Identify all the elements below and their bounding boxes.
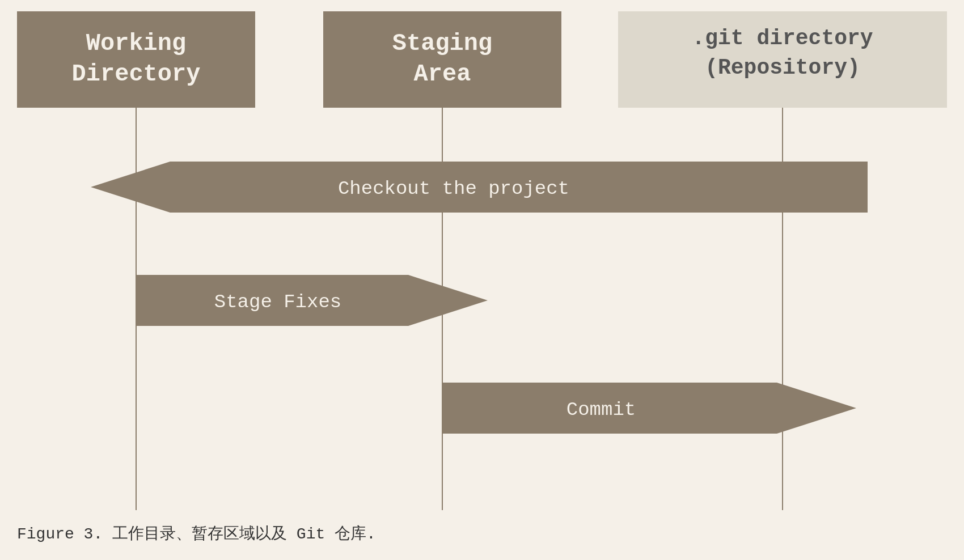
svg-text:Working: Working [86, 30, 186, 57]
diagram-container: Working Directory Staging Area .git dire… [0, 0, 964, 521]
svg-text:Figure 3. 工作目录、暂存区域以及 Git 仓库.: Figure 3. 工作目录、暂存区域以及 Git 仓库. [17, 525, 376, 543]
svg-text:Commit: Commit [566, 399, 636, 421]
svg-text:(Repository): (Repository) [705, 56, 860, 80]
svg-rect-4 [323, 11, 561, 108]
svg-text:Area: Area [414, 61, 471, 88]
diagram-svg: Working Directory Staging Area .git dire… [0, 0, 964, 560]
svg-text:Directory: Directory [72, 61, 201, 88]
svg-text:.git directory: .git directory [692, 26, 873, 50]
svg-rect-1 [17, 11, 255, 108]
svg-text:Checkout the project: Checkout the project [338, 178, 569, 200]
svg-text:Stage Fixes: Stage Fixes [214, 291, 341, 313]
svg-text:Staging: Staging [392, 30, 492, 57]
